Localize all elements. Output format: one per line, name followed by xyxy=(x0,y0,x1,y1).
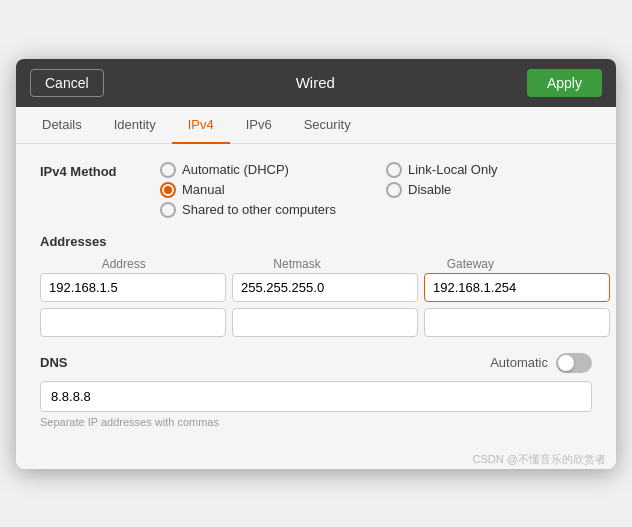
col-gateway: Gateway xyxy=(387,257,554,271)
radio-label-manual: Manual xyxy=(182,182,225,197)
addresses-section: Addresses Address Netmask Gateway xyxy=(40,234,592,337)
radio-circle-auto-dhcp xyxy=(160,162,176,178)
cancel-button[interactable]: Cancel xyxy=(30,69,104,97)
radio-manual[interactable]: Manual xyxy=(160,182,366,198)
tab-bar: Details Identity IPv4 IPv6 Security xyxy=(16,107,616,144)
netmask-input-1[interactable] xyxy=(232,273,418,302)
toggle-knob xyxy=(558,355,574,371)
dns-section: DNS Automatic Separate IP addresses with… xyxy=(40,353,592,428)
col-address: Address xyxy=(40,257,207,271)
dialog-title: Wired xyxy=(296,74,335,91)
address-input-1[interactable] xyxy=(40,273,226,302)
titlebar: Cancel Wired Apply xyxy=(16,59,616,107)
dns-title: DNS xyxy=(40,355,67,370)
dns-automatic-toggle[interactable] xyxy=(556,353,592,373)
dns-input[interactable] xyxy=(40,381,592,412)
apply-button[interactable]: Apply xyxy=(527,69,602,97)
radio-circle-link-local xyxy=(386,162,402,178)
gateway-input-1[interactable] xyxy=(424,273,610,302)
address-row-1 xyxy=(40,273,592,302)
dns-hint: Separate IP addresses with commas xyxy=(40,416,592,428)
dns-automatic-label: Automatic xyxy=(490,355,548,370)
address-input-2[interactable] xyxy=(40,308,226,337)
ipv4-method-row: IPv4 Method Automatic (DHCP) Link-Local … xyxy=(40,162,592,218)
radio-label-disable: Disable xyxy=(408,182,451,197)
radio-label-shared: Shared to other computers xyxy=(182,202,336,217)
radio-auto-dhcp[interactable]: Automatic (DHCP) xyxy=(160,162,366,178)
radio-label-auto-dhcp: Automatic (DHCP) xyxy=(182,162,289,177)
tab-security[interactable]: Security xyxy=(288,107,367,144)
ipv4-method-label: IPv4 Method xyxy=(40,162,160,179)
radio-circle-manual xyxy=(160,182,176,198)
tab-details[interactable]: Details xyxy=(26,107,98,144)
radio-shared[interactable]: Shared to other computers xyxy=(160,202,366,218)
wired-dialog: Cancel Wired Apply Details Identity IPv4… xyxy=(16,59,616,469)
netmask-input-2[interactable] xyxy=(232,308,418,337)
address-header: Address Netmask Gateway xyxy=(40,257,592,271)
radio-link-local[interactable]: Link-Local Only xyxy=(386,162,592,178)
tab-ipv4[interactable]: IPv4 xyxy=(172,107,230,144)
radio-disable[interactable]: Disable xyxy=(386,182,592,198)
col-netmask: Netmask xyxy=(213,257,380,271)
addresses-title: Addresses xyxy=(40,234,592,249)
tab-ipv6[interactable]: IPv6 xyxy=(230,107,288,144)
dns-auto-row: Automatic xyxy=(490,353,592,373)
radio-label-link-local: Link-Local Only xyxy=(408,162,498,177)
gateway-input-2[interactable] xyxy=(424,308,610,337)
address-row-2 xyxy=(40,308,592,337)
radio-circle-disable xyxy=(386,182,402,198)
ipv4-content: IPv4 Method Automatic (DHCP) Link-Local … xyxy=(16,144,616,448)
radio-circle-shared xyxy=(160,202,176,218)
dns-header: DNS Automatic xyxy=(40,353,592,373)
ipv4-method-group: Automatic (DHCP) Link-Local Only Manual … xyxy=(160,162,592,218)
tab-identity[interactable]: Identity xyxy=(98,107,172,144)
watermark: CSDN @不懂音乐的欣赏者 xyxy=(16,448,616,469)
